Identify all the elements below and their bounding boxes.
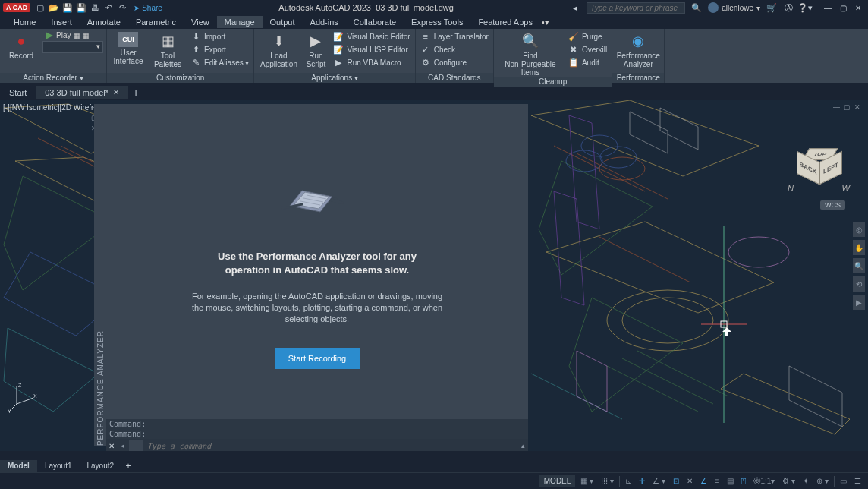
ortho-icon[interactable]: ⊾ — [623, 473, 634, 489]
status-model[interactable]: MODEL — [539, 475, 576, 487]
audit-button[interactable]: 📋Audit — [567, 56, 609, 68]
check-button[interactable]: ✓Check — [419, 43, 490, 55]
action-dropdown[interactable]: ▾ — [42, 41, 103, 53]
purge-button[interactable]: 🧹Purge — [567, 30, 609, 43]
export-button[interactable]: ⬆Export — [189, 43, 250, 55]
panel-title[interactable]: Action Recorder ▾ — [0, 73, 106, 83]
cmd-close-icon[interactable]: ✕ — [106, 442, 117, 450]
quick-props-icon[interactable]: ▭ — [838, 473, 849, 489]
vb-editor-button[interactable]: 📝Visual Basic Editor — [332, 30, 411, 43]
user-interface-button[interactable]: CUI UserInterface — [110, 30, 146, 65]
polar-icon[interactable]: ✛ — [637, 473, 647, 489]
doctab-model[interactable]: 03 3D full model* ✕ — [36, 86, 128, 99]
search-input[interactable] — [587, 2, 685, 14]
open-icon[interactable]: 📂 — [49, 2, 59, 13]
tab-manage[interactable]: Manage — [217, 16, 263, 28]
panel-title[interactable]: Applications ▾ — [254, 73, 414, 83]
performance-analyzer-panel: Use the Performance Analyzer tool for an… — [106, 104, 528, 446]
redo-icon[interactable]: ↷ — [117, 2, 127, 13]
tab-addins[interactable]: Add-ins — [303, 16, 346, 28]
import-button[interactable]: ⬇Import — [189, 30, 250, 43]
tab-featured[interactable]: Featured Apps — [470, 16, 540, 28]
run-vba-button[interactable]: ▶Run VBA Macro — [332, 56, 411, 68]
transparency-icon[interactable]: ▤ — [725, 473, 736, 489]
layout-tab-1[interactable]: Layout1 — [37, 460, 80, 472]
snap-icon[interactable]: ⁞⁞⁞ ▾ — [599, 473, 616, 489]
vp-close-icon[interactable]: ✕ — [854, 103, 863, 112]
anno-monitor-icon[interactable]: ✦ — [800, 473, 811, 489]
undo-icon[interactable]: ↶ — [103, 2, 114, 13]
lineweight-icon[interactable]: ≡ — [712, 473, 722, 489]
tool-palettes-button[interactable]: ▦ ToolPalettes — [149, 30, 186, 68]
perf-sidebar[interactable]: PERFORMANCE ANALYZER — [94, 104, 106, 446]
ucs-icon[interactable]: Z X Y — [8, 383, 38, 413]
annotation-icon[interactable]: ⍞ — [739, 473, 748, 489]
help-icon[interactable]: ❔▾ — [800, 2, 810, 13]
workspace-icon[interactable]: ⚙ ▾ — [780, 473, 797, 489]
layout-tab-model[interactable]: Model — [0, 460, 37, 472]
performance-analyzer-button[interactable]: ◉ PerformanceAnalyzer — [615, 30, 661, 68]
start-recording-button[interactable]: Start Recording — [275, 348, 360, 369]
tab-insert[interactable]: Insert — [43, 16, 80, 28]
play-button[interactable]: Play ▦ ▦ — [42, 30, 103, 40]
cmd-recent-icon[interactable]: ◂ — [117, 442, 127, 450]
nav-wheel-icon[interactable]: ◎ — [853, 222, 865, 237]
cmd-prompt-icon[interactable] — [129, 440, 143, 451]
load-app-button[interactable]: ⬇ LoadApplication — [257, 30, 300, 68]
svg-point-1 — [607, 290, 728, 351]
nav-zoom-icon[interactable]: 🔍 — [853, 258, 865, 273]
new-icon[interactable]: ▢ — [35, 2, 46, 13]
user-menu[interactable]: allenlowe ▾ — [708, 2, 760, 13]
tab-view[interactable]: View — [184, 16, 217, 28]
cmd-up-icon[interactable]: ▴ — [517, 442, 528, 450]
save-icon[interactable]: 💾 — [62, 2, 73, 13]
isodraft-icon[interactable]: ∠ ▾ — [650, 473, 668, 489]
app-icon[interactable]: Ⓐ — [783, 2, 794, 13]
record-button[interactable]: ● Record — [3, 30, 39, 60]
plot-icon[interactable]: 🖶 — [90, 2, 100, 13]
overkill-button[interactable]: ✖Overkill — [567, 43, 609, 55]
add-layout-button[interactable]: + — [121, 461, 135, 472]
nav-showmotion-icon[interactable]: ▶ — [853, 295, 865, 310]
otrack-icon[interactable]: ∠ — [698, 473, 709, 489]
nav-orbit-icon[interactable]: ⟲ — [853, 276, 865, 292]
tab-output[interactable]: Output — [263, 16, 303, 28]
command-input[interactable] — [144, 442, 517, 450]
close-icon[interactable]: ✕ — [113, 88, 119, 96]
configure-button[interactable]: ⚙Configure — [419, 56, 490, 68]
vp-max-icon[interactable]: ▢ — [844, 103, 853, 112]
units-icon[interactable]: ⊕ ▾ — [814, 473, 831, 489]
layout-tab-2[interactable]: Layout2 — [79, 460, 121, 472]
run-script-button[interactable]: ▶ RunScript — [303, 30, 329, 68]
tab-parametric[interactable]: Parametric — [128, 16, 184, 28]
ribbon-overflow-icon[interactable]: ▪▾ — [540, 17, 551, 27]
nav-pan-icon[interactable]: ✋ — [853, 240, 865, 255]
tab-home[interactable]: Home — [6, 16, 43, 28]
vp-min-icon[interactable]: — — [833, 103, 842, 112]
customize-icon[interactable]: ☰ — [852, 473, 863, 489]
3dosnap-icon[interactable]: ✕ — [684, 473, 695, 489]
cart-icon[interactable]: 🛒 — [766, 2, 777, 13]
maximize-button[interactable]: ▢ — [836, 2, 850, 13]
wcs-label[interactable]: WCS — [820, 200, 845, 210]
drawing-viewport[interactable]: [-][NW Isometric][2D Wireframe] — ▢ ✕ — … — [0, 100, 868, 451]
search-icon[interactable]: 🔍 — [691, 2, 702, 13]
saveas-icon[interactable]: 💾 — [76, 2, 86, 13]
osnap-icon[interactable]: ⊡ — [671, 473, 681, 489]
layer-translator-button[interactable]: ≡Layer Translator — [419, 30, 490, 43]
tab-collaborate[interactable]: Collaborate — [346, 16, 404, 28]
doctab-start[interactable]: Start — [0, 86, 36, 99]
tab-annotate[interactable]: Annotate — [80, 16, 128, 28]
share-button[interactable]: ➤ Share — [134, 4, 162, 12]
anno-scale[interactable]: 🞋 1:1 ▾ — [751, 473, 778, 489]
add-tab-button[interactable]: + — [128, 87, 143, 99]
lisp-editor-button[interactable]: 📝Visual LISP Editor — [332, 43, 411, 55]
viewcube[interactable]: TOP BACK LEFT N W — [785, 138, 853, 207]
minimize-button[interactable]: — — [821, 2, 835, 13]
find-nonpurgeable-button[interactable]: 🔍 FindNon-Purgeable Items — [497, 30, 564, 77]
close-button[interactable]: ✕ — [851, 2, 865, 13]
grid-icon[interactable]: ▦ ▾ — [578, 473, 596, 489]
edit-aliases-button[interactable]: ✎Edit Aliases ▾ — [189, 56, 250, 68]
tab-express[interactable]: Express Tools — [404, 16, 470, 28]
chevron-left-icon[interactable]: ◂ — [570, 2, 580, 13]
